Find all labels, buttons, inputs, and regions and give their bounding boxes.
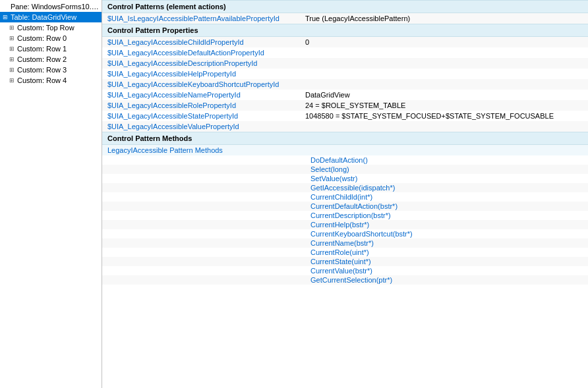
property-row: $UIA_LegacyIAccessibleValuePropertyId xyxy=(102,121,588,132)
sidebar-item-custom-row-3[interactable]: ⊞Custom: Row 3 xyxy=(0,65,102,75)
property-name: $UIA_LegacyIAccessibleNamePropertyId xyxy=(102,90,300,100)
property-row: $UIA_LegacyIAccessibleRolePropertyId24 =… xyxy=(102,100,588,111)
property-value xyxy=(300,69,588,79)
method-name[interactable]: DoDefaultAction() xyxy=(300,155,588,165)
method-name[interactable]: CurrentRole(uint*) xyxy=(300,248,588,257)
method-row[interactable]: CurrentChildId(int*) xyxy=(102,192,588,202)
property-value xyxy=(300,79,588,90)
expand-icon[interactable]: ⊞ xyxy=(3,14,9,20)
property-row: $UIA_LegacyIAccessibleNamePropertyIdData… xyxy=(102,90,588,100)
property-value: 24 = $ROLE_SYSTEM_TABLE xyxy=(300,100,588,111)
sidebar-item-pane-item[interactable]: Pane: WindowsForms10.Wi xyxy=(0,1,102,12)
method-row[interactable]: CurrentName(bstr*) xyxy=(102,238,588,248)
property-row: $UIA_LegacyIAccessibleKeyboardShortcutPr… xyxy=(102,79,588,90)
property-value xyxy=(300,47,588,58)
tree-panel[interactable]: Pane: WindowsForms10.Wi⊞Table: DataGridV… xyxy=(0,0,102,388)
property-value xyxy=(300,121,588,132)
expand-icon[interactable]: ⊞ xyxy=(9,77,16,84)
method-row[interactable]: Select(long) xyxy=(102,165,588,174)
sidebar-item-custom-row-0[interactable]: ⊞Custom: Row 0 xyxy=(0,33,102,43)
tree-item-label: Custom: Row 4 xyxy=(17,76,67,84)
section-header-label: Control Patterns (element actions) xyxy=(102,1,588,13)
section-header: Control Pattern Properties xyxy=(102,24,588,37)
method-row[interactable]: SetValue(wstr) xyxy=(102,174,588,183)
tree-item-label: Custom: Row 0 xyxy=(17,34,67,42)
method-row[interactable]: CurrentDescription(bstr*) xyxy=(102,211,588,220)
method-name[interactable]: CurrentHelp(bstr*) xyxy=(300,220,588,229)
tree-item-label: Custom: Row 3 xyxy=(17,66,67,74)
property-name: $UIA_LegacyIAccessibleDescriptionPropert… xyxy=(102,58,300,69)
property-row: $UIA_LegacyIAccessibleDescriptionPropert… xyxy=(102,58,588,69)
method-name[interactable]: CurrentState(uint*) xyxy=(300,257,588,266)
property-name: $UIA_LegacyIAccessibleDefaultActionPrope… xyxy=(102,47,300,58)
method-row[interactable]: CurrentHelp(bstr*) xyxy=(102,220,588,229)
sidebar-item-custom-row-2[interactable]: ⊞Custom: Row 2 xyxy=(0,54,102,65)
expand-icon[interactable]: ⊞ xyxy=(9,45,16,52)
method-row[interactable]: CurrentState(uint*) xyxy=(102,257,588,266)
property-value xyxy=(300,58,588,69)
expand-icon[interactable]: ⊞ xyxy=(9,35,16,42)
property-name: $UIA_LegacyIAccessibleStatePropertyId xyxy=(102,111,300,121)
method-name[interactable]: GetIAccessible(idispatch*) xyxy=(300,183,588,192)
properties-panel: Control Patterns (element actions)$UIA_I… xyxy=(102,0,588,388)
method-row[interactable]: CurrentRole(uint*) xyxy=(102,248,588,257)
property-name: $UIA_LegacyIAccessibleValuePropertyId xyxy=(102,121,300,132)
property-row: $UIA_LegacyIAccessibleStatePropertyId104… xyxy=(102,111,588,121)
property-row: $UIA_LegacyIAccessibleDefaultActionPrope… xyxy=(102,47,588,58)
subheader-label: LegacyIAccessible Pattern Methods xyxy=(102,145,588,156)
tree-item-label: Custom: Row 2 xyxy=(17,55,67,63)
method-name[interactable]: SetValue(wstr) xyxy=(300,174,588,183)
method-name[interactable]: CurrentValue(bstr*) xyxy=(300,266,588,275)
method-name[interactable]: CurrentDefaultAction(bstr*) xyxy=(300,202,588,211)
property-row: $UIA_IsLegacyIAccessiblePatternAvailable… xyxy=(102,13,588,24)
property-name: $UIA_LegacyIAccessibleRolePropertyId xyxy=(102,100,300,111)
tree-item-label: Pane: WindowsForms10.Wi xyxy=(11,3,99,11)
property-name: $UIA_LegacyIAccessibleKeyboardShortcutPr… xyxy=(102,79,300,90)
sidebar-item-custom-top-row[interactable]: ⊞Custom: Top Row xyxy=(0,22,102,33)
section-header-label: Control Pattern Methods xyxy=(102,132,588,145)
section-header: Control Patterns (element actions) xyxy=(102,1,588,13)
method-row[interactable]: CurrentValue(bstr*) xyxy=(102,266,588,275)
method-name[interactable]: CurrentKeyboardShortcut(bstr*) xyxy=(300,229,588,238)
expand-icon[interactable]: ⊞ xyxy=(9,56,16,63)
method-row[interactable]: CurrentKeyboardShortcut(bstr*) xyxy=(102,229,588,238)
sidebar-item-table-datagridview[interactable]: ⊞Table: DataGridView xyxy=(0,12,102,22)
method-name[interactable]: CurrentDescription(bstr*) xyxy=(300,211,588,220)
subheader-row: LegacyIAccessible Pattern Methods xyxy=(102,145,588,156)
property-value: True (LegacyIAccessiblePattern) xyxy=(300,13,588,24)
section-header-label: Control Pattern Properties xyxy=(102,24,588,37)
method-row[interactable]: GetCurrentSelection(ptr*) xyxy=(102,275,588,285)
expand-icon[interactable]: ⊞ xyxy=(9,24,16,31)
tree-item-label: Custom: Top Row xyxy=(17,24,74,32)
method-row[interactable]: GetIAccessible(idispatch*) xyxy=(102,183,588,192)
property-value: 0 xyxy=(300,37,588,48)
method-name[interactable]: Select(long) xyxy=(300,165,588,174)
sidebar-item-custom-row-1[interactable]: ⊞Custom: Row 1 xyxy=(0,43,102,54)
method-name[interactable]: CurrentChildId(int*) xyxy=(300,192,588,202)
section-header: Control Pattern Methods xyxy=(102,132,588,145)
property-value: 1048580 = $STATE_SYSTEM_FOCUSED+$STATE_S… xyxy=(300,111,588,121)
property-row: $UIA_LegacyIAccessibleHelpPropertyId xyxy=(102,69,588,79)
tree-item-label: Custom: Row 1 xyxy=(17,45,67,53)
expand-icon[interactable]: ⊞ xyxy=(9,67,16,73)
property-row: $UIA_LegacyIAccessibleChildIdPropertyId0 xyxy=(102,37,588,48)
property-name: $UIA_LegacyIAccessibleChildIdPropertyId xyxy=(102,37,300,48)
method-name[interactable]: CurrentName(bstr*) xyxy=(300,238,588,248)
method-name[interactable]: GetCurrentSelection(ptr*) xyxy=(300,275,588,285)
sidebar-item-custom-row-4[interactable]: ⊞Custom: Row 4 xyxy=(0,75,102,86)
tree-item-label: Table: DataGridView xyxy=(11,13,76,21)
method-row[interactable]: DoDefaultAction() xyxy=(102,155,588,165)
method-row[interactable]: CurrentDefaultAction(bstr*) xyxy=(102,202,588,211)
property-name: $UIA_LegacyIAccessibleHelpPropertyId xyxy=(102,69,300,79)
property-name: $UIA_IsLegacyIAccessiblePatternAvailable… xyxy=(102,13,300,24)
property-value: DataGridView xyxy=(300,90,588,100)
